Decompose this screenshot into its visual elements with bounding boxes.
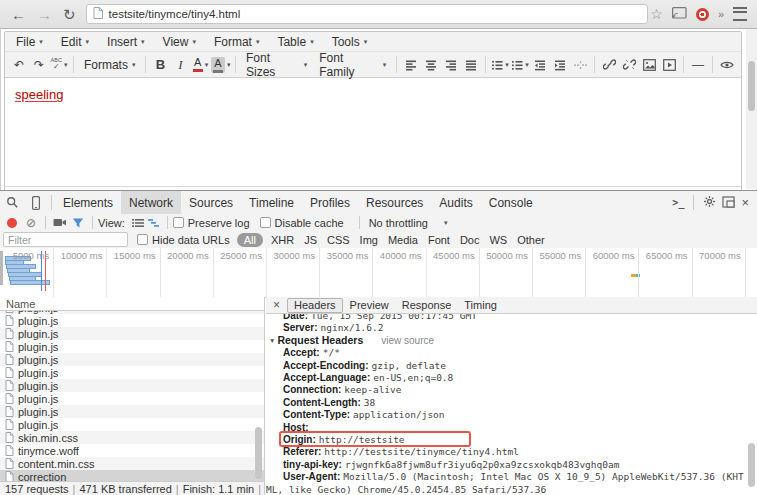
- forward-button[interactable]: →: [37, 7, 52, 22]
- filter-type-js[interactable]: JS: [299, 234, 322, 246]
- tab-elements[interactable]: Elements: [55, 191, 121, 214]
- request-row[interactable]: plugin.js: [0, 366, 264, 379]
- settings-gear-icon[interactable]: [703, 194, 716, 212]
- page-scrollbar[interactable]: [746, 29, 757, 189]
- request-row[interactable]: content.min.css: [0, 457, 264, 470]
- filter-type-all[interactable]: All: [237, 233, 263, 247]
- network-overview-timeline[interactable]: 5000 ms10000 ms15000 ms20000 ms25000 ms3…: [0, 248, 757, 298]
- align-right-button[interactable]: [442, 55, 460, 75]
- hide-data-urls-checkbox[interactable]: Hide data URLs: [137, 234, 230, 246]
- request-row[interactable]: plugin.js: [0, 405, 264, 418]
- request-row[interactable]: plugin.js: [0, 314, 264, 327]
- unlink-button[interactable]: [620, 55, 638, 75]
- horizontal-rule-button[interactable]: —: [689, 55, 707, 75]
- align-center-button[interactable]: [422, 55, 440, 75]
- misspelled-word[interactable]: speeling: [15, 87, 63, 102]
- record-button[interactable]: [7, 218, 17, 228]
- undo-button[interactable]: ↶: [10, 55, 28, 75]
- bold-button[interactable]: B: [151, 55, 169, 75]
- font-family-dropdown[interactable]: Font Family▾: [313, 51, 392, 79]
- requests-scrollbar-thumb[interactable]: [255, 427, 262, 479]
- filter-type-media[interactable]: Media: [383, 234, 423, 246]
- menu-item-tools[interactable]: Tools▾: [323, 32, 377, 51]
- numbered-list-button[interactable]: ▾: [511, 55, 529, 75]
- bookmark-star-icon[interactable]: ☆: [650, 7, 663, 21]
- tab-sources[interactable]: Sources: [181, 191, 241, 214]
- throttling-dropdown[interactable]: No throttling ▾: [369, 217, 448, 229]
- align-left-button[interactable]: [402, 55, 420, 75]
- request-row[interactable]: plugin.js: [0, 327, 264, 340]
- view-waterfall-button[interactable]: [146, 214, 162, 231]
- close-icon[interactable]: ×: [741, 195, 749, 210]
- font-sizes-dropdown[interactable]: Font Sizes▾: [240, 51, 313, 79]
- filter-input[interactable]: [3, 232, 128, 247]
- link-button[interactable]: [600, 55, 618, 75]
- menu-hamburger-icon[interactable]: [733, 7, 747, 21]
- details-scrollbar-thumb[interactable]: [748, 443, 755, 487]
- address-bar[interactable]: testsite/tinymce/tiny4.html: [86, 4, 648, 24]
- request-row[interactable]: correction: [0, 470, 264, 481]
- italic-button[interactable]: I: [171, 55, 189, 75]
- formats-dropdown[interactable]: Formats▾: [78, 58, 142, 72]
- filter-type-doc[interactable]: Doc: [455, 234, 485, 246]
- tab-console[interactable]: Console: [481, 191, 541, 214]
- bullet-list-button[interactable]: ▾: [491, 55, 509, 75]
- tab-profiles[interactable]: Profiles: [302, 191, 358, 214]
- menu-item-edit[interactable]: Edit▾: [52, 32, 98, 51]
- inspect-element-button[interactable]: [0, 191, 24, 214]
- menu-item-format[interactable]: Format▾: [205, 32, 269, 51]
- dock-icon[interactable]: [722, 194, 735, 212]
- filter-type-img[interactable]: Img: [355, 234, 383, 246]
- request-row[interactable]: tinymce.woff: [0, 444, 264, 457]
- indent-button[interactable]: [551, 55, 569, 75]
- filter-type-other[interactable]: Other: [512, 234, 550, 246]
- detail-tab-response[interactable]: Response: [396, 299, 458, 312]
- editor-content-area[interactable]: speeling: [5, 78, 741, 186]
- tab-resources[interactable]: Resources: [358, 191, 431, 214]
- console-drawer-button[interactable]: >_: [672, 197, 684, 208]
- tab-timeline[interactable]: Timeline: [241, 191, 302, 214]
- request-row[interactable]: skin.min.css: [0, 431, 264, 444]
- outdent-button[interactable]: [531, 55, 549, 75]
- request-row[interactable]: plugin.js: [0, 340, 264, 353]
- detail-tab-headers[interactable]: Headers: [287, 298, 343, 313]
- spellcheck-button[interactable]: ABC ✓ ▾: [50, 55, 68, 75]
- device-toolbar-button[interactable]: [24, 191, 48, 214]
- back-button[interactable]: ←: [11, 7, 26, 22]
- detail-tab-preview[interactable]: Preview: [344, 299, 395, 312]
- view-source-link[interactable]: view source: [381, 335, 434, 346]
- menu-item-table[interactable]: Table▾: [268, 32, 322, 51]
- view-list-button[interactable]: [130, 214, 146, 231]
- redo-button[interactable]: ↷: [30, 55, 48, 75]
- reload-button[interactable]: ↻: [63, 7, 76, 22]
- request-row[interactable]: plugin.js: [0, 379, 264, 392]
- request-row[interactable]: plugin.js: [0, 392, 264, 405]
- menu-item-view[interactable]: View▾: [154, 32, 205, 51]
- overflow-chevrons-icon[interactable]: »: [718, 8, 724, 20]
- preview-button[interactable]: [718, 55, 736, 75]
- filter-type-ws[interactable]: WS: [484, 234, 512, 246]
- filter-type-font[interactable]: Font: [423, 234, 455, 246]
- filter-button[interactable]: [69, 214, 87, 231]
- filter-type-xhr[interactable]: XHR: [266, 234, 299, 246]
- cast-icon[interactable]: [672, 5, 687, 23]
- request-row[interactable]: plugin.js: [0, 353, 264, 366]
- request-row[interactable]: plugin.js: [0, 418, 264, 431]
- insert-image-button[interactable]: [640, 55, 658, 75]
- tab-network[interactable]: Network: [121, 191, 181, 214]
- extension-record-icon[interactable]: [696, 8, 709, 21]
- name-column-header[interactable]: Name: [0, 297, 264, 311]
- capture-screenshots-button[interactable]: [51, 214, 69, 231]
- menu-item-insert[interactable]: Insert▾: [98, 32, 154, 51]
- disable-cache-checkbox[interactable]: Disable cache: [260, 217, 344, 229]
- detail-tab-timing[interactable]: Timing: [458, 299, 503, 312]
- scrollbar-thumb[interactable]: [748, 61, 755, 111]
- justify-button[interactable]: [462, 55, 480, 75]
- background-color-button[interactable]: A ▾: [211, 55, 230, 75]
- close-details-icon[interactable]: ×: [266, 298, 287, 312]
- clear-button[interactable]: ⊘: [26, 216, 36, 230]
- tab-audits[interactable]: Audits: [431, 191, 480, 214]
- insert-media-button[interactable]: [660, 55, 678, 75]
- filter-type-css[interactable]: CSS: [322, 234, 355, 246]
- preserve-log-checkbox[interactable]: Preserve log: [173, 217, 250, 229]
